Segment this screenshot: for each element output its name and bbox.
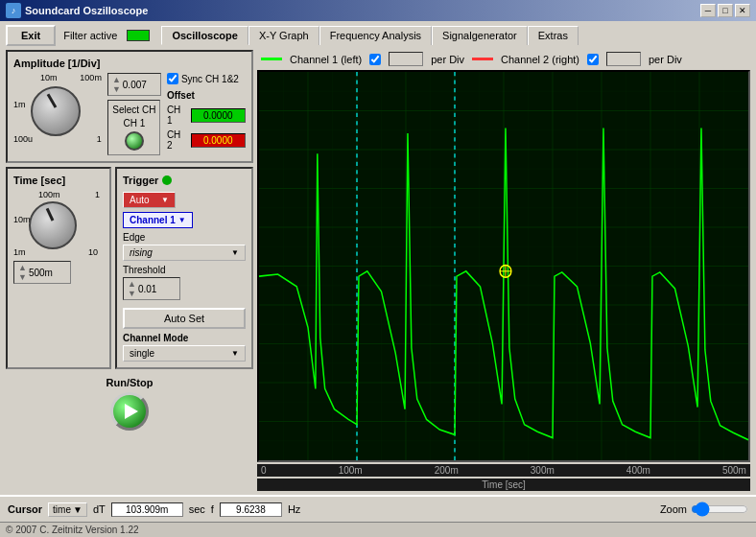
select-ch-box: Select CH CH 1 — [107, 100, 160, 155]
amplitude-right: ▲▼ 0.007 Select CH CH 1 — [107, 73, 161, 155]
amplitude-knob[interactable] — [31, 86, 81, 136]
amp-label-100m: 100m — [80, 73, 102, 82]
edge-title: Edge — [123, 232, 246, 243]
trigger-header: Trigger — [123, 175, 246, 186]
amp-label-100u: 100u — [13, 134, 33, 144]
amplitude-title: Amplitude [1/Div] — [13, 58, 246, 69]
time-section: Time [sec] 100m 1 10m 1m 10 ▲▼ 500m — [6, 167, 111, 369]
dt-label: dT — [93, 503, 106, 515]
tab-extras[interactable]: Extras — [528, 26, 579, 45]
ch1-indicator[interactable] — [125, 131, 144, 151]
ch2-checkbox[interactable] — [587, 54, 599, 65]
time-label-100m: 100m — [38, 190, 60, 199]
ch1-offset-value[interactable]: 0.0000 — [191, 108, 246, 123]
window-title: Soundcard Oszilloscope — [25, 5, 148, 16]
amp-label-1m: 1m — [13, 100, 26, 109]
right-panel: Channel 1 (left) 7m per Div Channel 2 (r… — [257, 50, 750, 491]
ch2-color-line — [472, 58, 493, 60]
channel-mode-title: Channel Mode — [123, 333, 246, 343]
trigger-channel-row: Channel 1 ▼ — [123, 212, 246, 228]
time-knob[interactable] — [29, 201, 77, 249]
time-value-box: ▲▼ 500m — [13, 261, 71, 284]
channel-mode-section: Channel Mode single ▼ — [123, 333, 246, 362]
trigger-channel-dropdown[interactable]: Channel 1 ▼ — [123, 212, 193, 228]
sync-row: Sync CH 1&2 — [167, 73, 246, 84]
copyright-bar: © 2007 C. Zeitnitz Version 1.22 — [0, 522, 756, 537]
trigger-active-dot — [162, 175, 172, 185]
time-label-1m: 1m — [13, 247, 26, 257]
ch1-per-div-input[interactable]: 7m — [389, 52, 423, 66]
cursor-type-dropdown[interactable]: time ▼ — [48, 502, 87, 517]
ch1-offset-label: CH 1 — [167, 105, 188, 126]
f-value: 9.6238 — [220, 502, 282, 517]
tabs-container: Oscilloscope X-Y Graph Frequency Analysi… — [161, 26, 579, 45]
edge-section: Edge rising ▼ — [123, 232, 246, 261]
run-stop-title: Run/Stop — [106, 377, 154, 388]
exit-button[interactable]: Exit — [6, 25, 56, 46]
time-title: Time [sec] — [13, 175, 104, 186]
channel-mode-dropdown[interactable]: single ▼ — [123, 345, 246, 362]
zoom-slider[interactable] — [691, 502, 748, 516]
copyright-text: © 2007 C. Zeitnitz Version 1.22 — [6, 525, 139, 535]
app-icon: ♪ — [6, 3, 21, 18]
time-knob-area: 100m 1 10m 1m 10 — [13, 190, 100, 259]
oscilloscope-display[interactable] — [257, 70, 750, 462]
ch2-label: Channel 2 (right) — [501, 54, 579, 65]
edge-dropdown[interactable]: rising ▼ — [123, 245, 246, 261]
per-div-label2: per Div — [649, 54, 682, 65]
dt-value: 103.909m — [111, 502, 183, 517]
dt-unit: sec — [189, 503, 205, 515]
per-div-label1: per Div — [431, 54, 464, 65]
threshold-section: Threshold ▲▼ 0.01 — [123, 265, 246, 300]
channel-controls-bar: Channel 1 (left) 7m per Div Channel 2 (r… — [257, 50, 750, 68]
trigger-mode-dropdown[interactable]: Auto ▼ — [123, 192, 176, 208]
title-bar-left: ♪ Soundcard Oszilloscope — [6, 3, 148, 18]
tab-frequency-analysis[interactable]: Frequency Analysis — [319, 26, 432, 45]
auto-set-button[interactable]: Auto Set — [123, 308, 246, 329]
trigger-section: Trigger Auto ▼ Channel 1 — [115, 167, 253, 369]
run-stop-section: Run/Stop — [6, 373, 253, 434]
tab-signal-generator[interactable]: Signalgenerator — [432, 26, 528, 45]
select-ch-label: Select CH — [112, 105, 155, 115]
title-bar: ♪ Soundcard Oszilloscope ─ □ ✕ — [0, 0, 756, 21]
sync-checkbox[interactable] — [167, 73, 178, 84]
filter-label: Filter active — [63, 30, 117, 41]
run-stop-button[interactable] — [110, 392, 149, 431]
maximize-button[interactable]: □ — [718, 4, 733, 17]
window-controls: ─ □ ✕ — [700, 4, 750, 17]
ch1-checkbox[interactable] — [369, 54, 381, 65]
cursor-type-label: time — [53, 504, 71, 515]
time-axis-0: 0 — [261, 465, 267, 476]
time-axis-300m: 300m — [531, 465, 555, 476]
time-label-10m: 10m — [13, 215, 31, 224]
trigger-controls: Auto ▼ Channel 1 ▼ Edge — [123, 192, 246, 362]
threshold-value-box: ▲▼ 0.01 — [123, 277, 180, 300]
time-axis-title: Time [sec] — [257, 479, 750, 491]
time-axis-200m: 200m — [435, 465, 459, 476]
amplitude-knob-area: 10m 100m 1m 100u 1 — [13, 73, 102, 148]
oscilloscope-svg — [259, 72, 748, 460]
minimize-button[interactable]: ─ — [700, 4, 716, 17]
amplitude-section: Amplitude [1/Div] 10m 100m 1m 100u 1 — [6, 50, 253, 163]
filter-indicator — [127, 30, 150, 41]
ch1-label: Channel 1 (left) — [290, 54, 362, 65]
f-label: f — [211, 503, 214, 515]
trigger-mode-row: Auto ▼ — [123, 192, 246, 208]
cursor-bar: Cursor time ▼ dT 103.909m sec f 9.6238 H… — [0, 495, 756, 522]
ch2-offset-value[interactable]: 0.0000 — [191, 133, 246, 148]
time-axis-500m: 500m — [722, 465, 746, 476]
tab-xy-graph[interactable]: X-Y Graph — [248, 26, 319, 45]
offset-title: Offset — [167, 90, 246, 101]
close-button[interactable]: ✕ — [735, 4, 750, 17]
f-unit: Hz — [288, 503, 300, 515]
ch1-color-line — [261, 58, 282, 60]
time-trigger-row: Time [sec] 100m 1 10m 1m 10 ▲▼ 500m — [6, 167, 253, 369]
amplitude-value: 0.007 — [123, 80, 147, 90]
ch2-per-div-input[interactable]: 7m — [606, 52, 641, 66]
tab-oscilloscope[interactable]: Oscilloscope — [161, 26, 248, 45]
time-axis-100m: 100m — [339, 465, 363, 476]
sync-label: Sync CH 1&2 — [181, 74, 239, 84]
cursor-label: Cursor — [8, 503, 42, 515]
amp-label-1: 1 — [97, 134, 102, 144]
sync-offset-area: Sync CH 1&2 Offset CH 1 0.0000 CH 2 0.00… — [167, 73, 246, 151]
